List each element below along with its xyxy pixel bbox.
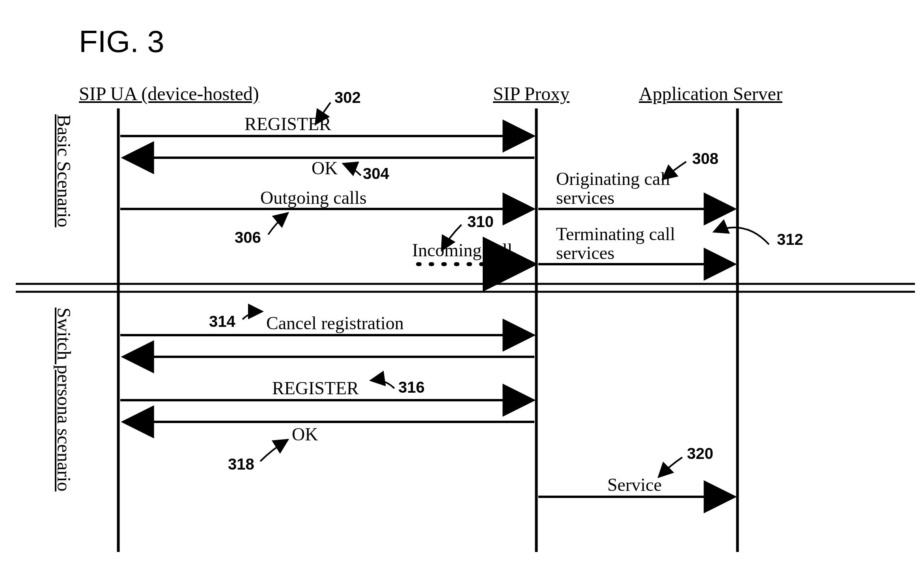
ref-318: 318 <box>228 455 254 473</box>
msg-orig: Originating call services <box>556 170 730 208</box>
ref-304: 304 <box>363 165 389 183</box>
ref-302: 302 <box>334 89 361 106</box>
msg-service: Service <box>607 474 662 495</box>
msg-ok1: OK <box>312 158 338 179</box>
msg-incoming: Incoming call <box>412 240 512 261</box>
diagram-canvas: FIG. 3 SIP UA (device-hosted) SIP Proxy … <box>0 0 924 578</box>
msg-register2: REGISTER <box>272 378 359 399</box>
ref-316: 316 <box>398 378 425 396</box>
ref-312: 312 <box>777 231 803 248</box>
msg-cancel: Cancel registration <box>266 313 404 334</box>
ref-320: 320 <box>687 445 713 462</box>
msg-term: Terminating call services <box>556 225 730 263</box>
diagram-svg <box>0 0 924 578</box>
ref-314: 314 <box>209 313 235 330</box>
ref-310: 310 <box>467 213 494 231</box>
ref-308: 308 <box>692 150 719 168</box>
msg-outgoing: Outgoing calls <box>260 187 367 208</box>
msg-register1: REGISTER <box>245 114 331 134</box>
msg-ok2: OK <box>292 424 318 445</box>
ref-306: 306 <box>235 229 261 246</box>
